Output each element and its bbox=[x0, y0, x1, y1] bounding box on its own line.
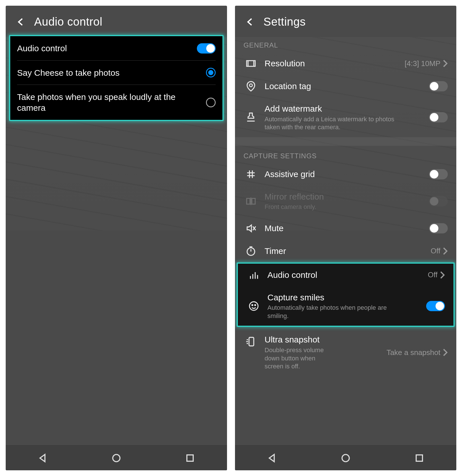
svg-rect-1 bbox=[187, 455, 193, 461]
header: Settings bbox=[235, 6, 456, 35]
watermark-toggle[interactable] bbox=[429, 112, 448, 122]
audio-control-label: Audio control bbox=[17, 43, 197, 54]
bottom-area bbox=[6, 340, 227, 420]
radio-say-cheese[interactable] bbox=[206, 68, 216, 77]
android-navbar bbox=[235, 445, 456, 470]
chevron-right-icon bbox=[440, 271, 445, 279]
phone-settings: Settings GENERAL Resolution [4:3] 10MP L… bbox=[235, 6, 456, 470]
stamp-icon bbox=[244, 112, 258, 123]
nav-back[interactable] bbox=[266, 452, 278, 464]
svg-point-25 bbox=[255, 305, 255, 305]
option-speak-loudly[interactable]: Take photos when you speak loudly at the… bbox=[10, 85, 222, 120]
grid-icon bbox=[244, 169, 258, 180]
audio-bars-icon bbox=[246, 269, 261, 281]
nav-recent[interactable] bbox=[184, 452, 196, 464]
mirror-icon bbox=[244, 196, 258, 207]
mirror-label: Mirror reflection bbox=[265, 191, 429, 202]
smile-icon bbox=[246, 300, 261, 312]
option-say-cheese-label: Say Cheese to take photos bbox=[17, 67, 206, 78]
circle-home-icon bbox=[340, 453, 351, 463]
row-mute[interactable]: Mute bbox=[235, 217, 456, 240]
highlighted-settings-group: Audio control Say Cheese to take photos … bbox=[9, 35, 224, 121]
svg-rect-12 bbox=[252, 198, 255, 204]
triangle-back-icon bbox=[37, 453, 48, 463]
arrow-left-icon bbox=[246, 17, 255, 27]
location-icon bbox=[244, 81, 258, 92]
arrow-left-icon bbox=[16, 17, 26, 27]
ultra-snapshot-sub: Double-press volume down button when scr… bbox=[265, 346, 325, 371]
phone-audio-control: Audio control Audio control Say Cheese t… bbox=[6, 6, 227, 470]
audio-control-toggle[interactable] bbox=[197, 43, 216, 54]
watermark-sub: Automatically add a Leica watermark to p… bbox=[265, 115, 395, 132]
square-recent-icon bbox=[414, 453, 425, 463]
radio-speak-loudly[interactable] bbox=[206, 98, 216, 107]
nav-recent[interactable] bbox=[413, 452, 426, 464]
circle-home-icon bbox=[111, 453, 122, 463]
mirror-sub: Front camera only. bbox=[265, 203, 395, 211]
watermark-label: Add watermark bbox=[265, 103, 429, 114]
back-button[interactable] bbox=[15, 16, 27, 28]
capture-smiles-toggle[interactable] bbox=[426, 301, 445, 311]
android-navbar bbox=[6, 445, 227, 470]
ultra-snapshot-value: Take a snapshot bbox=[387, 348, 440, 357]
location-tag-toggle[interactable] bbox=[429, 81, 448, 91]
svg-point-23 bbox=[249, 302, 258, 310]
audio-control-toggle-row[interactable]: Audio control bbox=[10, 36, 222, 61]
mute-icon bbox=[244, 223, 258, 234]
row-assistive-grid[interactable]: Assistive grid bbox=[235, 163, 456, 186]
row-capture-smiles[interactable]: Capture smiles Automatically take photos… bbox=[238, 286, 453, 326]
svg-point-5 bbox=[249, 84, 252, 87]
timer-icon bbox=[244, 245, 258, 257]
svg-rect-31 bbox=[416, 455, 422, 461]
option-speak-loudly-label: Take photos when you speak loudly at the… bbox=[17, 92, 176, 113]
audio-control-value: Off bbox=[428, 270, 438, 279]
option-say-cheese[interactable]: Say Cheese to take photos bbox=[10, 61, 222, 85]
capture-smiles-sub: Automatically take photos when people ar… bbox=[267, 304, 398, 320]
section-capture-label: CAPTURE SETTINGS bbox=[235, 146, 456, 163]
timer-value: Off bbox=[431, 247, 440, 255]
mute-label: Mute bbox=[265, 223, 429, 234]
mute-toggle[interactable] bbox=[429, 223, 448, 233]
assistive-grid-toggle[interactable] bbox=[429, 169, 448, 179]
nav-home[interactable] bbox=[339, 452, 352, 464]
header: Audio control bbox=[6, 6, 227, 35]
row-timer[interactable]: Timer Off bbox=[235, 240, 456, 262]
page-title: Audio control bbox=[34, 15, 102, 28]
ultra-snapshot-label: Ultra snapshot bbox=[265, 334, 325, 345]
chevron-right-icon bbox=[443, 348, 448, 356]
section-divider bbox=[235, 137, 456, 146]
resolution-icon bbox=[244, 58, 258, 69]
audio-control-label: Audio control bbox=[267, 270, 428, 280]
highlighted-settings-group: Audio control Off Capture smiles Automat… bbox=[237, 262, 455, 327]
resolution-value: [4:3] 10MP bbox=[405, 59, 440, 68]
svg-rect-11 bbox=[247, 198, 250, 204]
row-mirror-reflection: Mirror reflection Front camera only. bbox=[235, 186, 456, 217]
row-watermark[interactable]: Add watermark Automatically add a Leica … bbox=[235, 98, 456, 137]
triangle-back-icon bbox=[267, 453, 277, 463]
chevron-right-icon bbox=[443, 247, 448, 255]
back-button[interactable] bbox=[245, 16, 256, 28]
capture-smiles-label: Capture smiles bbox=[267, 292, 426, 303]
nav-back[interactable] bbox=[36, 452, 49, 464]
svg-point-30 bbox=[342, 454, 349, 461]
row-resolution[interactable]: Resolution [4:3] 10MP bbox=[235, 52, 456, 75]
row-location-tag[interactable]: Location tag bbox=[235, 75, 456, 98]
square-recent-icon bbox=[185, 453, 195, 463]
assistive-grid-label: Assistive grid bbox=[265, 169, 429, 180]
row-ultra-snapshot[interactable]: Ultra snapshot Double-press volume down … bbox=[235, 327, 456, 376]
row-audio-control[interactable]: Audio control Off bbox=[238, 264, 453, 286]
resolution-label: Resolution bbox=[265, 58, 405, 69]
svg-point-0 bbox=[113, 454, 120, 461]
page-title: Settings bbox=[263, 15, 306, 28]
section-general-label: GENERAL bbox=[235, 35, 456, 52]
svg-rect-26 bbox=[249, 337, 254, 346]
mirror-toggle bbox=[429, 196, 448, 206]
svg-point-24 bbox=[252, 305, 253, 305]
phone-snapshot-icon bbox=[244, 336, 258, 347]
nav-home[interactable] bbox=[110, 452, 123, 464]
timer-label: Timer bbox=[265, 246, 431, 257]
chevron-right-icon bbox=[443, 60, 448, 67]
location-tag-label: Location tag bbox=[265, 81, 429, 92]
